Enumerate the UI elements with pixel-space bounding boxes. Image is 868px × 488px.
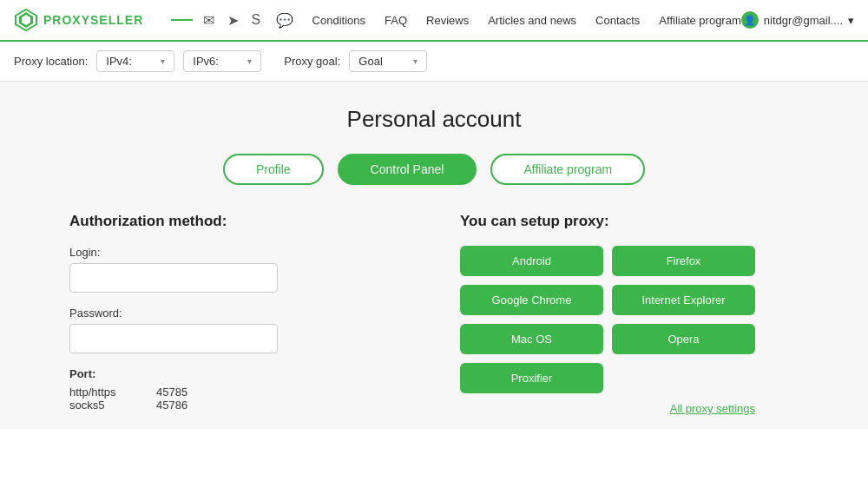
port-type-http: http/https <box>69 386 130 399</box>
setup-chrome[interactable]: Google Chrome <box>460 285 603 315</box>
brand-name: PROXYSELLER <box>43 13 143 27</box>
mail-icon[interactable]: ✉ <box>203 12 219 28</box>
login-input[interactable] <box>69 263 278 293</box>
login-label: Login: <box>69 246 408 259</box>
all-settings-link[interactable]: All proxy settings <box>460 402 755 415</box>
auth-section: Authorization method: Login: Password: P… <box>69 213 408 415</box>
logo-divider <box>171 19 192 21</box>
navbar: PROXYSELLER ✉ ➤ S 💬 Conditions FAQ Revie… <box>0 0 868 42</box>
user-email: nitdgr@gmail.... <box>764 14 843 27</box>
nav-articles[interactable]: Articles and news <box>488 14 576 27</box>
setup-firefox[interactable]: Firefox <box>612 246 755 276</box>
page-title: Personal account <box>0 106 868 133</box>
goal-label: Proxy goal: <box>284 55 340 68</box>
setup-proxifier[interactable]: Proxifier <box>460 363 603 393</box>
setup-macos[interactable]: Mac OS <box>460 324 603 354</box>
port-row-http: http/https 45785 <box>69 386 408 399</box>
filter-bar: Proxy location: IPv4: ▾ IPv6: ▾ Proxy go… <box>0 42 868 82</box>
port-number-socks: 45786 <box>156 399 187 412</box>
user-avatar: 👤 <box>741 11 759 29</box>
logo: PROXYSELLER <box>14 8 143 32</box>
nav-reviews[interactable]: Reviews <box>426 14 469 27</box>
port-label: Port: <box>69 367 408 380</box>
auth-title: Authorization method: <box>69 213 408 230</box>
send-icon[interactable]: ➤ <box>227 12 243 28</box>
nav-conditions[interactable]: Conditions <box>312 14 365 27</box>
setup-section: You can setup proxy: Android Firefox Goo… <box>460 213 799 415</box>
skype-icon[interactable]: S <box>252 12 267 28</box>
user-menu[interactable]: 👤 nitdgr@gmail.... ▾ <box>741 11 854 29</box>
ipv6-arrow-icon: ▾ <box>247 56 252 66</box>
ipv6-select[interactable]: IPv6: ▾ <box>183 50 261 72</box>
tab-control-panel[interactable]: Control Panel <box>338 154 477 185</box>
ipv4-select[interactable]: IPv4: ▾ <box>96 50 174 72</box>
tab-bar: Profile Control Panel Affiliate program <box>0 154 868 185</box>
goal-select[interactable]: Goal ▾ <box>349 50 427 72</box>
nav-contacts[interactable]: Contacts <box>595 14 640 27</box>
logo-icon <box>14 8 38 32</box>
tab-profile[interactable]: Profile <box>223 154 324 185</box>
location-label: Proxy location: <box>14 55 88 68</box>
port-section: Port: http/https 45785 socks5 45786 <box>69 367 408 412</box>
nav-links: Conditions FAQ Reviews Articles and news… <box>312 14 741 27</box>
password-label: Password: <box>69 307 408 320</box>
setup-title: You can setup proxy: <box>460 213 799 230</box>
password-input[interactable] <box>69 324 278 353</box>
main-content: Personal account Profile Control Panel A… <box>0 82 868 429</box>
port-number-http: 45785 <box>156 386 187 399</box>
two-col-section: Authorization method: Login: Password: P… <box>0 213 868 415</box>
user-dropdown-icon: ▾ <box>848 14 854 27</box>
setup-android[interactable]: Android <box>460 246 603 276</box>
port-type-socks: socks5 <box>69 399 130 412</box>
setup-grid: Android Firefox Google Chrome Internet E… <box>460 246 755 393</box>
nav-icons: ✉ ➤ S 💬 <box>203 12 292 28</box>
setup-opera[interactable]: Opera <box>612 324 755 354</box>
ipv4-arrow-icon: ▾ <box>161 56 165 66</box>
chat-icon[interactable]: 💬 <box>276 12 292 28</box>
tab-affiliate[interactable]: Affiliate program <box>490 154 645 185</box>
setup-ie[interactable]: Internet Explorer <box>612 285 755 315</box>
port-row-socks: socks5 45786 <box>69 399 408 412</box>
nav-faq[interactable]: FAQ <box>385 14 407 27</box>
nav-affiliate[interactable]: Affiliate program <box>659 14 740 27</box>
goal-arrow-icon: ▾ <box>413 56 418 66</box>
